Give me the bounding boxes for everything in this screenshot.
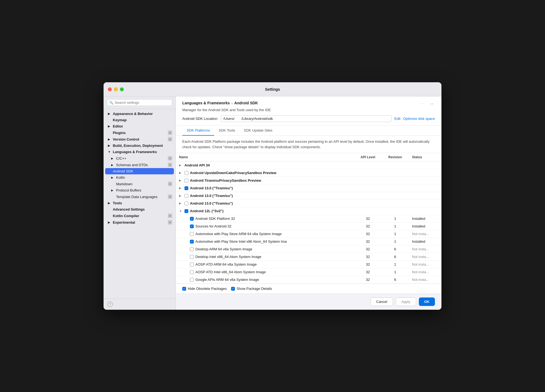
sidebar-item-experimental[interactable]: ▶ Experimental ≡ <box>104 219 175 226</box>
row-status <box>409 162 441 169</box>
row-revision: 6 <box>382 245 409 253</box>
row-api-level: 32 <box>354 268 382 276</box>
sidebar-item-plugins[interactable]: Plugins ≡ <box>104 129 175 136</box>
sidebar-item-advanced[interactable]: Advanced Settings <box>104 206 175 212</box>
tab-sdk-tools[interactable]: SDK Tools <box>214 126 239 136</box>
row-checkbox[interactable] <box>190 270 194 274</box>
row-checkbox[interactable]: ✓ <box>190 224 194 228</box>
row-api-level <box>354 200 382 207</box>
search-input-wrap[interactable]: 🔍 <box>107 99 172 106</box>
sdk-location-label: Android SDK Location: <box>182 117 218 121</box>
sidebar-item-template-data[interactable]: Template Data Languages ≡ <box>104 193 175 200</box>
tab-sdk-update-sites[interactable]: SDK Update Sites <box>240 126 277 136</box>
row-status: Installed <box>409 223 441 230</box>
table-row: ▶Android TiramisuPrivacySandbox Preview <box>176 177 441 184</box>
sidebar-item-android-sdk[interactable]: Android SDK <box>105 168 174 174</box>
row-api-level <box>354 162 382 169</box>
close-button[interactable] <box>108 87 112 91</box>
row-checkbox[interactable] <box>184 179 188 183</box>
traffic-lights <box>108 87 124 91</box>
minimize-button[interactable] <box>114 87 118 91</box>
apply-button[interactable]: Apply <box>396 297 416 306</box>
row-checkbox[interactable]: − <box>184 209 188 213</box>
sidebar-item-appearance[interactable]: ▶ Appearance & Behavior <box>104 111 175 117</box>
row-name-text: Desktop Intel x86_64 Atom System Image <box>195 255 261 259</box>
row-revision: 1 <box>382 268 409 276</box>
optimize-button[interactable]: Optimize disk space <box>403 117 435 121</box>
show-details-checkbox[interactable]: ✓ <box>231 287 235 291</box>
row-status <box>409 184 441 192</box>
row-revision <box>382 200 409 207</box>
row-name-text: Android 12L ("Sv2") <box>190 209 223 213</box>
hide-obsolete-checkbox[interactable]: ✓ <box>182 287 186 291</box>
row-name-text: Desktop ARM 64 v8a System Image <box>195 247 252 251</box>
row-status: Not insta... <box>409 245 441 253</box>
row-checkbox[interactable]: − <box>184 186 188 190</box>
settings-window: Settings 🔍 ▶ Appearance & Behavior Keyma… <box>104 82 441 310</box>
row-checkbox[interactable] <box>184 202 188 205</box>
breadcrumb-current: Android SDK <box>234 101 258 105</box>
row-checkbox[interactable] <box>190 255 194 259</box>
row-expand-icon[interactable]: ▶ <box>179 202 183 205</box>
sidebar-item-markdown[interactable]: Markdown ≡ <box>104 181 175 187</box>
row-checkbox[interactable] <box>184 171 188 175</box>
row-status <box>409 192 441 200</box>
show-details-label[interactable]: ✓ Show Package Details <box>231 287 272 291</box>
sidebar-item-schemas[interactable]: ▶ Schemas and DTDs ≡ <box>104 162 175 168</box>
col-api: API Level <box>354 153 382 162</box>
sidebar-item-version-control[interactable]: ▶ Version Control ≡ <box>104 136 175 142</box>
row-checkbox[interactable] <box>190 278 194 282</box>
sidebar-item-languages[interactable]: ▼ Languages & Frameworks <box>104 149 175 155</box>
ok-button[interactable]: OK <box>419 297 435 306</box>
row-checkbox[interactable] <box>190 232 194 236</box>
sidebar-item-editor[interactable]: ▶ Editor <box>104 123 175 129</box>
row-name-text: Android UpsideDownCakePrivacySandbox Pre… <box>190 171 276 175</box>
row-expand-icon[interactable]: ▶ <box>179 194 183 197</box>
sidebar-bottom: ? <box>104 299 175 310</box>
row-revision: 6 <box>382 276 409 284</box>
sidebar-item-kotlin[interactable]: ▶ Kotlin <box>104 174 175 181</box>
tab-sdk-platforms[interactable]: SDK Platforms <box>182 126 214 136</box>
row-revision <box>382 169 409 177</box>
row-name-text: Automotive with Play Store ARM 64 v8a Sy… <box>195 232 281 236</box>
row-api-level: 32 <box>354 261 382 268</box>
cancel-button[interactable]: Cancel <box>371 297 393 306</box>
row-expand-icon[interactable]: ▶ <box>179 179 183 182</box>
edit-button[interactable]: Edit <box>394 117 400 121</box>
row-expand-icon[interactable]: ▶ <box>179 163 183 167</box>
sdk-location-input[interactable] <box>221 115 392 122</box>
forward-arrow[interactable]: → <box>428 101 435 107</box>
search-input[interactable] <box>115 101 170 105</box>
hide-obsolete-label[interactable]: ✓ Hide Obsolete Packages <box>182 287 227 291</box>
row-api-level: 32 <box>354 230 382 238</box>
breadcrumb-separator: › <box>231 101 232 105</box>
row-revision <box>382 177 409 184</box>
help-button[interactable]: ? <box>107 302 113 307</box>
row-checkbox[interactable]: ✓ <box>190 240 194 244</box>
back-arrow[interactable]: ← <box>419 101 426 107</box>
breadcrumb: Languages & Frameworks › Android SDK <box>182 101 435 105</box>
row-checkbox[interactable] <box>190 263 194 266</box>
sidebar-item-build[interactable]: ▶ Build, Execution, Deployment <box>104 142 175 149</box>
row-checkbox[interactable]: ✓ <box>190 217 194 221</box>
sidebar-item-tools[interactable]: ▶ Tools <box>104 200 175 206</box>
row-expand-icon[interactable]: ▼ <box>179 209 183 213</box>
maximize-button[interactable] <box>120 87 124 91</box>
row-expand-icon[interactable]: ▶ <box>179 171 183 175</box>
row-checkbox[interactable] <box>184 194 188 198</box>
breadcrumb-parent[interactable]: Languages & Frameworks <box>182 101 230 105</box>
tabs-row: SDK Platforms SDK Tools SDK Update Sites <box>176 126 441 136</box>
row-expand-icon[interactable]: ▶ <box>179 186 183 190</box>
sidebar-item-kotlin-compiler[interactable]: Kotlin Compiler ≡ <box>104 212 175 219</box>
sidebar-item-protocol-buffers[interactable]: ▶ Protocol Buffers <box>104 187 175 193</box>
sidebar-item-keymap[interactable]: Keymap <box>104 117 175 123</box>
row-checkbox[interactable] <box>190 247 194 251</box>
table-row: ▼−Android 12L ("Sv2") <box>176 207 441 215</box>
row-api-level: 32 <box>354 253 382 261</box>
sidebar-item-cpp[interactable]: ▶ C/C++ ≡ <box>104 155 175 162</box>
row-name-text: Android 13.0 ("Tiramisu") <box>190 186 233 190</box>
table-row: AOSP ATD ARM 64 v8a System Image321Not i… <box>176 261 441 268</box>
table-container[interactable]: Name API Level Revision Status ▶Android … <box>176 153 441 284</box>
row-status: Not insta... <box>409 268 441 276</box>
content-header: Languages & Frameworks › Android SDK ← →… <box>176 96 441 126</box>
